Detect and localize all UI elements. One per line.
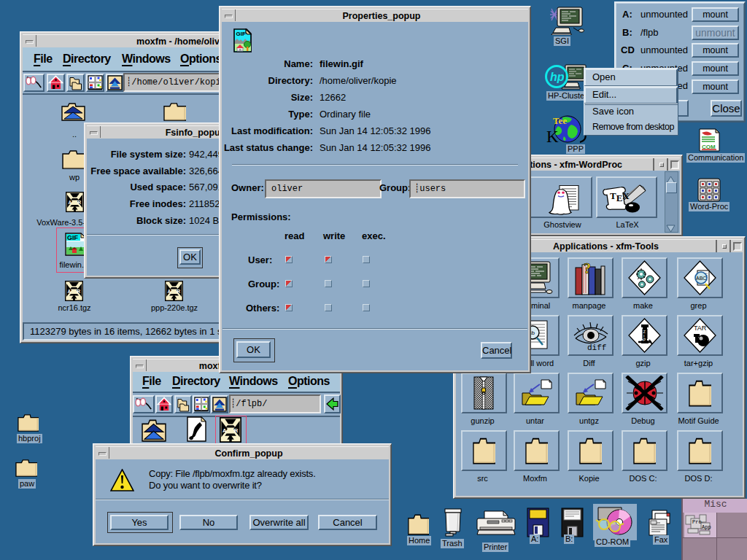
- svg-text:?: ?: [584, 260, 591, 276]
- svg-text:R: R: [177, 289, 180, 294]
- svg-text:App: App: [702, 524, 711, 530]
- svg-text:hp: hp: [550, 71, 565, 83]
- svg-text:R: R: [234, 427, 239, 433]
- svg-text:K: K: [546, 128, 559, 144]
- svg-text:R: R: [77, 289, 80, 294]
- svg-text:GIF: GIF: [67, 234, 79, 241]
- svg-text:A: A: [68, 200, 71, 205]
- svg-text:GIF: GIF: [236, 31, 246, 37]
- svg-text:R: R: [77, 200, 81, 205]
- svg-text:ABC: ABC: [696, 276, 706, 281]
- svg-text:A: A: [67, 289, 71, 294]
- svg-text:P: P: [643, 338, 646, 342]
- svg-text:TAR: TAR: [694, 324, 707, 332]
- svg-text:Tee: Tee: [553, 115, 567, 126]
- svg-text:A: A: [167, 289, 171, 294]
- svg-text:A: A: [222, 427, 227, 433]
- svg-text:Pro: Pro: [692, 519, 702, 525]
- svg-text:diff: diff: [587, 343, 606, 351]
